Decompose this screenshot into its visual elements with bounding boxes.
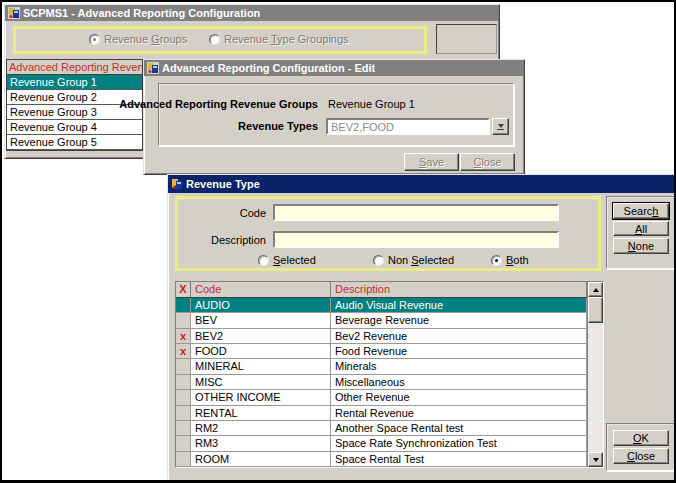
edit-window-titlebar[interactable]: Advanced Reporting Configuration - Edit (144, 60, 524, 76)
table-row[interactable]: xFOODFood Revenue (176, 344, 587, 359)
table-row[interactable]: MISCMiscellaneous (176, 375, 587, 390)
radio-button-icon (373, 255, 384, 266)
lov-dropdown-icon-bar (497, 129, 504, 130)
row-description: Another Space Rental test (331, 421, 587, 435)
header-mark[interactable]: X (176, 282, 191, 297)
radio-button-icon (209, 34, 220, 45)
row-description: Minerals (331, 359, 587, 373)
radio-non-selected[interactable]: Non Selected (373, 254, 454, 266)
revenue-group-list-header: Advanced Reporting Revenue Gr (7, 60, 142, 75)
window-revenue-type: Revenue Type Code Description Selected N… (167, 174, 676, 482)
row-selected-mark (176, 406, 191, 420)
edit-window-title: Advanced Reporting Configuration - Edit (162, 62, 375, 74)
row-description: Space Rate Synchronization Test (331, 436, 587, 450)
arrow-up-icon (593, 288, 599, 292)
radio-button-icon (491, 255, 502, 266)
search-button[interactable]: Search (613, 203, 669, 219)
scroll-down-button[interactable] (588, 452, 603, 467)
row-selected-mark (176, 298, 191, 312)
revenue-type-title: Revenue Type (186, 178, 260, 190)
row-description: Bev2 Revenue (331, 329, 587, 343)
table-row[interactable]: RENTALRental Revenue (176, 406, 587, 421)
table-vertical-scrollbar[interactable] (587, 282, 603, 467)
table-row[interactable]: RM2Another Space Rental test (176, 421, 587, 436)
row-description: Space Rental Test (331, 452, 587, 466)
revenue-group-list-body: Revenue Group 1Revenue Group 2Revenue Gr… (7, 75, 142, 150)
header-description[interactable]: Description (331, 282, 587, 297)
save-button[interactable]: Save (404, 153, 459, 171)
radio-label: Revenue Groups (104, 33, 187, 45)
row-selected-mark (176, 452, 191, 466)
row-code: RM2 (191, 421, 331, 435)
code-input[interactable] (273, 204, 559, 221)
table-row[interactable]: RM3Space Rate Synchronization Test (176, 436, 587, 451)
radio-label: Non Selected (388, 254, 454, 266)
row-description: Audio Visual Revenue (331, 298, 587, 312)
list-item[interactable]: Revenue Group 5 (7, 135, 142, 150)
row-selected-mark: x (176, 344, 191, 358)
revenue-types-lov-button[interactable] (492, 118, 509, 135)
row-code: MINERAL (191, 359, 331, 373)
row-code: BEV (191, 313, 331, 327)
lov-dropdown-icon (498, 124, 504, 128)
radio-button-icon (258, 255, 269, 266)
row-code: RM3 (191, 436, 331, 450)
window-edit-configuration: Advanced Reporting Configuration - Edit … (143, 59, 525, 175)
radio-button-icon (89, 34, 100, 45)
table-row[interactable]: AUDIOAudio Visual Revenue (176, 298, 587, 313)
radio-revenue-groups[interactable]: Revenue Groups (89, 33, 187, 45)
main-window-titlebar[interactable]: SCPMS1 - Advanced Reporting Configuratio… (5, 5, 499, 21)
row-description: Miscellaneous (331, 375, 587, 389)
none-button[interactable]: None (613, 238, 669, 254)
form-icon (8, 7, 20, 19)
table-row[interactable]: xBEV2Bev2 Revenue (176, 329, 587, 344)
status-frame (436, 24, 497, 54)
revenue-type-table: X Code Description AUDIOAudio Visual Rev… (175, 281, 604, 468)
form-icon (171, 178, 183, 190)
revenue-types-input[interactable] (326, 118, 490, 135)
close-button-revenue-type[interactable]: Close (613, 448, 669, 464)
radio-revenue-type-groupings[interactable]: Revenue Type Groupings (209, 33, 349, 45)
scrollbar-thumb[interactable] (588, 297, 603, 323)
radio-selected[interactable]: Selected (258, 254, 316, 266)
row-selected-mark (176, 359, 191, 373)
all-button[interactable]: All (613, 221, 669, 236)
table-row[interactable]: ROOMSpace Rental Test (176, 452, 587, 467)
close-button[interactable]: Close (460, 153, 515, 171)
list-item[interactable]: Revenue Group 1 (7, 75, 142, 90)
radio-label: Both (506, 254, 529, 266)
row-description: Other Revenue (331, 390, 587, 404)
row-description: Beverage Revenue (331, 313, 587, 327)
revenue-types-label: Revenue Types (238, 120, 318, 132)
ok-button[interactable]: OK (613, 430, 669, 446)
row-code: BEV2 (191, 329, 331, 343)
row-code: OTHER INCOME (191, 390, 331, 404)
revenue-groups-label: Advanced Reporting Revenue Groups (119, 98, 318, 110)
row-selected-mark (176, 313, 191, 327)
row-code: MISC (191, 375, 331, 389)
radio-both[interactable]: Both (491, 254, 529, 266)
form-icon (147, 62, 159, 74)
table-header-row: X Code Description (176, 282, 587, 298)
row-selected-mark (176, 390, 191, 404)
revenue-groups-value: Revenue Group 1 (328, 98, 415, 110)
list-item[interactable]: Revenue Group 4 (7, 120, 142, 135)
scroll-up-button[interactable] (588, 282, 603, 297)
row-code: AUDIO (191, 298, 331, 312)
description-input[interactable] (273, 231, 559, 248)
row-description: Rental Revenue (331, 406, 587, 420)
header-code[interactable]: Code (191, 282, 331, 297)
radio-label: Revenue Type Groupings (224, 33, 349, 45)
table-row[interactable]: BEVBeverage Revenue (176, 313, 587, 328)
radio-label: Selected (273, 254, 316, 266)
application-screen: SCPMS1 - Advanced Reporting Configuratio… (0, 0, 676, 483)
table-row[interactable]: OTHER INCOMEOther Revenue (176, 390, 587, 405)
revenue-type-titlebar[interactable]: Revenue Type (168, 175, 675, 193)
row-code: ROOM (191, 452, 331, 466)
row-selected-mark: x (176, 329, 191, 343)
description-label: Description (211, 234, 266, 246)
row-selected-mark (176, 421, 191, 435)
row-selected-mark (176, 375, 191, 389)
table-row[interactable]: MINERALMinerals (176, 359, 587, 374)
row-code: RENTAL (191, 406, 331, 420)
